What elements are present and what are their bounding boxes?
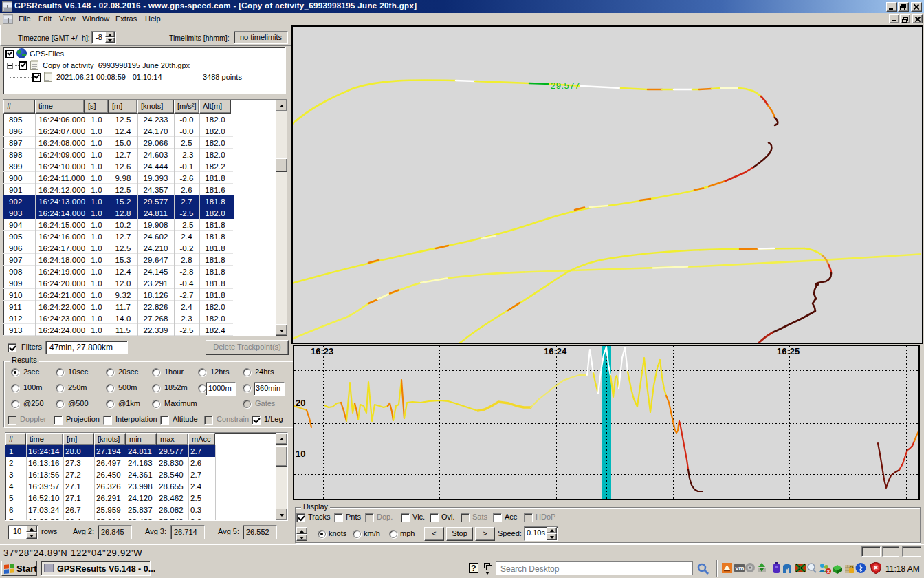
svg-text:16:24: 16:24 <box>544 346 567 356</box>
svg-text:20: 20 <box>296 398 305 408</box>
svg-text:10: 10 <box>296 449 305 459</box>
svg-text:16:23: 16:23 <box>311 346 333 356</box>
svg-text:vm: vm <box>736 565 745 572</box>
svg-text:29.577: 29.577 <box>551 81 580 91</box>
svg-text:16:25: 16:25 <box>777 346 800 356</box>
svg-text:x: x <box>827 569 830 574</box>
